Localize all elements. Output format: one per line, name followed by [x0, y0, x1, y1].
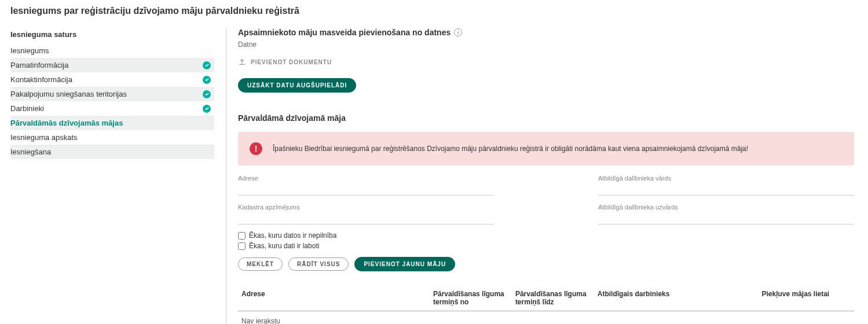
- info-icon[interactable]: i: [454, 28, 462, 36]
- check-icon: [203, 61, 211, 69]
- sidebar-item-label: Iesnieguma apskats: [10, 133, 78, 142]
- checkbox-laboti-input[interactable]: [238, 242, 246, 250]
- th-darbinieks: Atbildīgais darbinieks: [594, 285, 759, 311]
- adrese-input[interactable]: [238, 183, 494, 196]
- sidebar-item-darbinieki[interactable]: Darbinieki: [10, 101, 214, 116]
- sidebar-item-label: Iesniegums: [10, 46, 49, 55]
- table-row: Nav ierakstu: [238, 311, 854, 325]
- checkbox-laboti[interactable]: Ēkas, kuru dati ir laboti: [238, 242, 854, 250]
- sidebar-item-pamatinformacija[interactable]: Pamatinformācija: [10, 58, 214, 72]
- no-records-cell: Nav ierakstu: [238, 311, 854, 325]
- page-title: Iesniegums par reģistrāciju dzīvojamo mā…: [10, 6, 858, 16]
- sidebar-item-label: Pamatinformācija: [10, 61, 68, 69]
- sidebar-item-label: Darbinieki: [10, 104, 44, 113]
- table-header-row: Adrese Pārvaldīšanas līguma termiņš no P…: [238, 285, 854, 311]
- sidebar-item-iesniegums[interactable]: Iesniegums: [10, 43, 214, 58]
- sidebar-item-parvaldamas-majas[interactable]: Pārvaldāmās dzīvojamās mājas: [10, 116, 214, 130]
- sidebar-item-label: Kontaktinformācija: [10, 75, 72, 84]
- field-atb-vards: Atbildīgā dalībnieka vārds: [598, 175, 854, 196]
- upload-section-title-text: Apsaimniekoto māju masveida pievienošana…: [238, 28, 451, 37]
- sidebar-item-iesniegsana[interactable]: Iesniegšana: [10, 145, 214, 159]
- check-icon: [203, 90, 211, 98]
- atb-uzvards-input[interactable]: [598, 212, 854, 224]
- checkbox-nepilniba-input[interactable]: [238, 232, 246, 240]
- th-term-no: Pārvaldīšanas līguma termiņš no: [430, 285, 512, 311]
- atb-vards-label: Atbildīgā dalībnieka vārds: [598, 175, 854, 182]
- sidebar-title: Iesnieguma saturs: [10, 28, 214, 43]
- houses-table: Adrese Pārvaldīšanas līguma termiņš no P…: [238, 285, 854, 324]
- th-adrese: Adrese: [238, 285, 430, 311]
- attach-document-label: PIEVIENOT DOKUMENTU: [251, 59, 332, 65]
- atb-vards-input[interactable]: [598, 183, 854, 196]
- show-all-button[interactable]: RĀDĪT VISUS: [288, 257, 349, 271]
- start-upload-button[interactable]: UZSĀKT DATU AUGŠUPIELĀDI: [238, 78, 356, 93]
- sidebar: Iesnieguma saturs Iesniegums Pamatinform…: [10, 28, 214, 324]
- adrese-label: Adrese: [238, 175, 494, 182]
- field-adrese: Adrese: [238, 175, 494, 196]
- file-label: Datne: [238, 41, 854, 49]
- checkbox-laboti-label: Ēkas, kuru dati ir laboti: [249, 242, 319, 250]
- kadastrs-label: Kadastra apzīmējums: [238, 204, 494, 211]
- check-icon: [203, 105, 211, 113]
- manage-section-title: Pārvaldāmā dzīvojamā māja: [238, 113, 854, 123]
- sidebar-item-teritorijas[interactable]: Pakalpojumu sniegšanas teritorijas: [10, 87, 214, 101]
- alert-box: ! Īpašnieku Biedrībai iesniegumā par reģ…: [238, 132, 854, 165]
- checkbox-nepilniba[interactable]: Ēkas, kuru datos ir nepilnība: [238, 231, 854, 240]
- upload-section-title: Apsaimniekoto māju masveida pievienošana…: [238, 28, 854, 37]
- kadastrs-input[interactable]: [238, 212, 494, 224]
- main-content: Apsaimniekoto māju masveida pievienošana…: [226, 28, 858, 324]
- add-new-house-button[interactable]: PIEVIENOT JAUNU MĀJU: [354, 257, 455, 271]
- alert-icon: !: [250, 142, 262, 155]
- sidebar-item-kontaktinformacija[interactable]: Kontaktinformācija: [10, 72, 214, 87]
- th-term-lidz: Pārvaldīšanas līguma termiņš līdz: [512, 285, 594, 311]
- sidebar-item-apskats[interactable]: Iesnieguma apskats: [10, 130, 214, 145]
- sidebar-item-label: Pārvaldāmās dzīvojamās mājas: [10, 119, 123, 127]
- atb-uzvards-label: Atbildīgā dalībnieka uzvārds: [598, 204, 854, 211]
- th-piekluve: Piekļuve mājas lietai: [758, 285, 854, 311]
- search-button[interactable]: MEKLĒT: [238, 257, 283, 271]
- alert-text: Īpašnieku Biedrībai iesniegumā par reģis…: [273, 145, 748, 153]
- upload-icon: [238, 58, 246, 66]
- field-atb-uzvards: Atbildīgā dalībnieka uzvārds: [598, 204, 854, 224]
- checkbox-nepilniba-label: Ēkas, kuru datos ir nepilnība: [249, 231, 336, 240]
- sidebar-item-label: Pakalpojumu sniegšanas teritorijas: [10, 90, 127, 98]
- check-icon: [203, 76, 211, 84]
- sidebar-item-label: Iesniegšana: [10, 148, 51, 156]
- attach-document-button[interactable]: PIEVIENOT DOKUMENTU: [238, 58, 332, 66]
- field-kadastrs: Kadastra apzīmējums: [238, 204, 494, 224]
